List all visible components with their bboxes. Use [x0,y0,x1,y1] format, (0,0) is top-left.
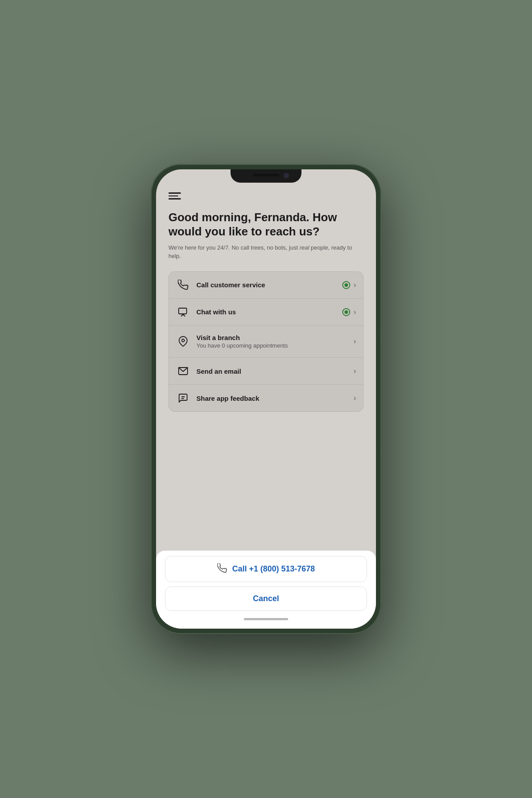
share-feedback-chevron: › [354,394,356,402]
share-feedback-text: Share app feedback [196,395,354,402]
visit-branch-label: Visit a branch [196,334,354,341]
chat-with-us-right: › [342,308,356,316]
cancel-label: Cancel [253,594,279,603]
greeting-section: Good morning, Fernanda. How would you li… [168,210,364,261]
phone-frame: Good morning, Fernanda. How would you li… [151,164,381,634]
greeting-subtitle: We're here for you 24/7. No call trees, … [168,243,364,261]
notch-camera [284,173,289,178]
visit-branch-sublabel: You have 0 upcoming appointments [196,342,354,350]
visit-branch-right: › [354,337,356,345]
main-content: Good morning, Fernanda. How would you li… [156,185,376,551]
options-card: Call customer service › [168,271,364,412]
chat-status-dot [342,308,350,316]
home-bar [244,618,288,620]
menu-icon[interactable] [168,192,181,200]
chat-chevron: › [354,308,356,316]
screen-content: Good morning, Fernanda. How would you li… [156,169,376,629]
call-phone-button[interactable]: Call +1 (800) 513-7678 [165,556,367,582]
greeting-sub-italic: real [300,244,309,251]
share-feedback-label: Share app feedback [196,395,354,402]
chat-status-dot-inner [344,310,348,314]
send-email-chevron: › [354,367,356,375]
option-chat-with-us[interactable]: Chat with us › [169,299,363,326]
send-email-text: Send an email [196,368,354,375]
call-customer-service-label: Call customer service [196,281,342,289]
call-customer-service-right: › [342,281,356,289]
greeting-title: Good morning, Fernanda. How would you li… [168,210,364,239]
feedback-icon [176,393,190,403]
call-phone-label: Call +1 (800) 513-7678 [232,564,315,574]
option-send-email[interactable]: Send an email › [169,358,363,385]
call-customer-service-text: Call customer service [196,281,342,289]
visit-branch-chevron: › [354,337,356,345]
call-phone-icon [217,563,227,575]
cancel-button[interactable]: Cancel [165,587,367,611]
call-status-dot [342,281,350,289]
option-visit-branch[interactable]: Visit a branch You have 0 upcoming appoi… [169,326,363,358]
option-share-feedback[interactable]: Share app feedback › [169,385,363,411]
phone-icon [176,280,190,290]
notch-speaker [253,174,279,176]
send-email-label: Send an email [196,368,354,375]
svg-rect-0 [179,308,187,314]
call-chevron: › [354,281,356,289]
call-status-dot-inner [344,283,348,287]
action-sheet: Call +1 (800) 513-7678 Cancel [156,551,376,629]
location-icon [176,336,190,347]
phone-screen: Good morning, Fernanda. How would you li… [156,169,376,629]
chat-with-us-label: Chat with us [196,308,342,316]
chat-with-us-text: Chat with us [196,308,342,316]
share-feedback-right: › [354,394,356,402]
svg-point-1 [182,339,184,342]
send-email-right: › [354,367,356,375]
greeting-sub-prefix: We're here for you 24/7. No call trees, … [168,244,300,251]
visit-branch-text: Visit a branch You have 0 upcoming appoi… [196,334,354,350]
chat-icon [176,307,190,317]
email-icon [176,366,190,376]
option-call-customer-service[interactable]: Call customer service › [169,272,363,299]
phone-notch [231,169,301,183]
home-indicator [165,614,367,623]
